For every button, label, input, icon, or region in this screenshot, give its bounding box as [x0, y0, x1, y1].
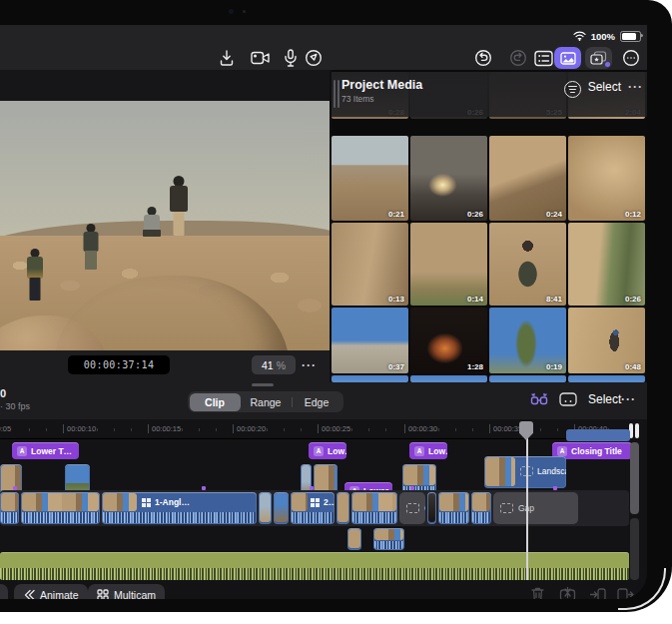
cut-off-button[interactable]: [0, 584, 8, 599]
gap-icon: [500, 503, 513, 513]
microphone-icon[interactable]: [280, 48, 302, 68]
zoom-level-button[interactable]: 41 %: [252, 355, 296, 374]
media-thumb[interactable]: 0:21: [332, 136, 408, 221]
media-thumb[interactable]: 0:24: [489, 136, 566, 221]
redo-icon[interactable]: [507, 48, 529, 68]
title-clip[interactable]: ALow…: [409, 442, 447, 459]
title-clip[interactable]: ALow…: [309, 442, 346, 459]
timeline-header: 0 · 30 fps Clip Range Edge Select ···: [0, 382, 647, 419]
filter-icon[interactable]: [564, 81, 581, 98]
ruler-label: 00:00:35: [489, 424, 522, 433]
gap-clip[interactable]: Gap: [493, 492, 578, 524]
pencil-tool-icon[interactable]: [303, 48, 325, 68]
tab-clip[interactable]: Clip: [190, 393, 241, 411]
media-thumb[interactable]: 0:14: [410, 223, 487, 306]
tab-range[interactable]: Range: [241, 393, 292, 411]
media-select-button[interactable]: Select: [588, 80, 621, 94]
bezel-highlight: [618, 568, 666, 610]
connected-clip-below[interactable]: [373, 528, 404, 550]
media-more-button[interactable]: ···: [628, 80, 643, 94]
media-thumb[interactable]: 0:13: [332, 223, 408, 306]
person-far-left: [26, 249, 44, 301]
ruler-label: 00:00:25: [318, 424, 350, 433]
storyline-clip[interactable]: [21, 492, 100, 524]
timeline-pane: 0 · 30 fps Clip Range Edge Select ··· 00: [0, 382, 647, 599]
title-clip[interactable]: ALower T…: [12, 442, 79, 459]
multicam-button[interactable]: Multicam: [88, 584, 165, 599]
media-thumb[interactable]: 0:37: [332, 308, 408, 373]
panel-grip[interactable]: [334, 80, 336, 108]
storyline-clip[interactable]: [259, 492, 272, 524]
multicam-clip[interactable]: 1-Angl…: [102, 492, 257, 524]
media-panel-title: Project Media: [341, 78, 422, 92]
ruler-label: 00:00:30: [404, 424, 437, 433]
landscape-clip[interactable]: Landscap…: [484, 456, 566, 488]
media-thumb[interactable]: [568, 375, 645, 382]
title-badge: A: [414, 446, 424, 456]
multicam-clip[interactable]: 2…: [291, 492, 335, 524]
media-thumb[interactable]: 0:19: [489, 308, 566, 373]
storyline-clip[interactable]: [351, 492, 397, 524]
clip-duration: 0:12: [625, 210, 641, 219]
title-badge: A: [557, 446, 567, 456]
storyline-clip[interactable]: [0, 492, 19, 524]
more-options-icon[interactable]: [620, 48, 642, 68]
insert-clip-icon[interactable]: [587, 585, 607, 599]
gap-label: G…: [424, 503, 425, 513]
storyline-clip[interactable]: [274, 492, 289, 524]
project-title-fragment: 0: [0, 387, 6, 399]
delete-icon[interactable]: [527, 585, 547, 599]
connected-clip-below[interactable]: [347, 528, 361, 550]
media-thumb[interactable]: [410, 375, 487, 382]
clip-label: Landscap…: [537, 466, 566, 476]
panel-grip[interactable]: [337, 80, 339, 108]
effects-button[interactable]: [585, 47, 612, 69]
import-icon[interactable]: [216, 48, 238, 68]
media-thumb[interactable]: 1:28: [410, 308, 487, 373]
pane-resize-grip[interactable]: [252, 383, 274, 386]
inspector-icon[interactable]: [532, 48, 554, 68]
media-thumb[interactable]: 0:12: [568, 136, 645, 221]
storyline-clip[interactable]: [336, 492, 349, 524]
media-thumb[interactable]: 0:26: [410, 136, 487, 221]
timeline-more-button[interactable]: ···: [621, 392, 636, 406]
media-thumb[interactable]: [489, 375, 566, 382]
media-thumb[interactable]: 0:26: [568, 223, 645, 306]
viewer-video-frame[interactable]: [0, 101, 330, 350]
notification-dot: [605, 62, 610, 67]
clip-overlay-icon[interactable]: [559, 392, 577, 410]
storyline-clip[interactable]: [438, 492, 469, 524]
animate-button[interactable]: Animate: [14, 584, 88, 599]
undo-icon[interactable]: [472, 48, 494, 68]
viewer-pane: 00:00:37:14 41 % ···: [0, 70, 330, 382]
ruler-label: 00:00:20: [233, 424, 266, 433]
title-clip-label: Low…: [428, 446, 447, 456]
blade-split-icon[interactable]: [557, 585, 577, 599]
media-thumb[interactable]: [332, 375, 408, 382]
media-thumb[interactable]: 8:41: [489, 223, 566, 306]
viewer-more-button[interactable]: ···: [302, 358, 317, 372]
project-format: · 30 fps: [0, 401, 30, 411]
timecode-display[interactable]: 00:00:37:14: [68, 355, 170, 374]
viewer-controls: 00:00:37:14 41 % ···: [0, 350, 330, 382]
vertical-scrollbar[interactable]: [630, 442, 639, 514]
audio-clip[interactable]: [0, 552, 629, 580]
record-video-icon[interactable]: [250, 48, 272, 68]
title-clip-label: Lower T…: [31, 446, 72, 456]
gap-clip[interactable]: G…: [399, 492, 425, 524]
battery-icon: [620, 31, 641, 42]
timeline-select-button[interactable]: Select: [588, 392, 621, 406]
person-standing: [168, 176, 190, 238]
storyline-clip[interactable]: [471, 492, 491, 524]
title-clip-label: Closing Title: [571, 446, 622, 456]
media-thumb[interactable]: 0:48: [568, 308, 645, 373]
tab-edge[interactable]: Edge: [292, 393, 342, 411]
media-browser-button[interactable]: [554, 47, 581, 69]
storyline-clip[interactable]: [427, 492, 436, 524]
track-scrollbar-handle[interactable]: [635, 423, 639, 438]
playhead-line[interactable]: [526, 421, 528, 580]
timeline-ruler[interactable]: 00:00:05 00:00:10 00:00:15 00:00:20 00:0…: [0, 419, 629, 439]
clip-duration: 0:14: [467, 295, 483, 304]
connected-clip-bar[interactable]: [566, 429, 630, 441]
enhance-icon[interactable]: [530, 391, 548, 412]
